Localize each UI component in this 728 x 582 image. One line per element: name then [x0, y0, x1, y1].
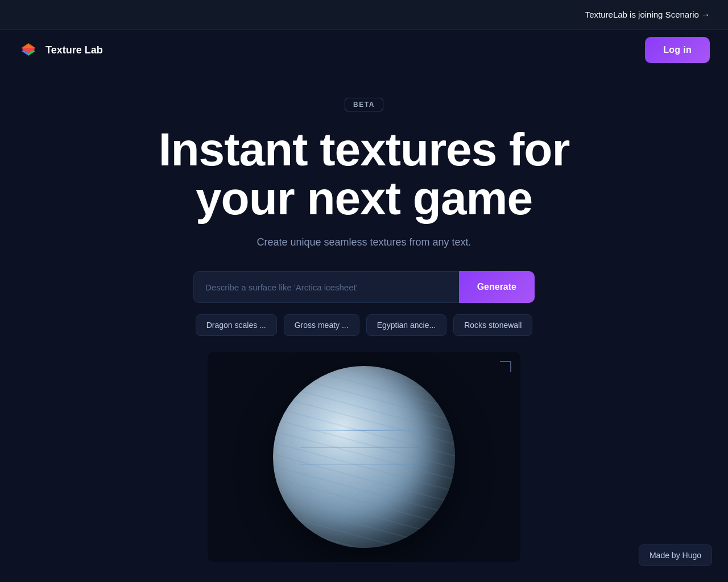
beta-badge: BETA: [345, 98, 383, 111]
navbar: Texture Lab Log in: [0, 30, 728, 70]
chip-rocks-stonewall[interactable]: Rocks stonewall: [453, 314, 532, 336]
generate-button[interactable]: Generate: [459, 271, 535, 303]
main-content: BETA Instant textures for your next game…: [0, 70, 728, 562]
hero-title: Instant textures for your next game: [159, 125, 570, 223]
preview-corner-icon: [500, 361, 511, 372]
made-by-badge: Made by Hugo: [639, 544, 712, 566]
logo-icon: [18, 40, 39, 60]
logo-area: Texture Lab: [18, 40, 103, 60]
search-area: Generate: [193, 271, 535, 303]
hero-title-line2: your next game: [196, 172, 532, 224]
hero-title-line1: Instant textures for: [159, 123, 570, 175]
announcement-bar: TextureLab is joining Scenario →: [0, 0, 728, 30]
chips-area: Dragon scales ... Gross meaty ... Egypti…: [193, 314, 535, 336]
preview-area: [208, 352, 520, 562]
texture-sphere: [273, 366, 455, 548]
logo-text: Texture Lab: [46, 44, 103, 56]
svg-marker-3: [22, 43, 35, 48]
search-input[interactable]: [193, 271, 459, 303]
login-button[interactable]: Log in: [645, 37, 710, 63]
hero-subtitle: Create unique seamless textures from any…: [257, 236, 471, 248]
chip-dragon-scales[interactable]: Dragon scales ...: [196, 314, 277, 336]
chip-gross-meaty[interactable]: Gross meaty ...: [284, 314, 359, 336]
announcement-link[interactable]: TextureLab is joining Scenario →: [585, 10, 710, 19]
chip-egyptian[interactable]: Egyptian ancie...: [366, 314, 447, 336]
